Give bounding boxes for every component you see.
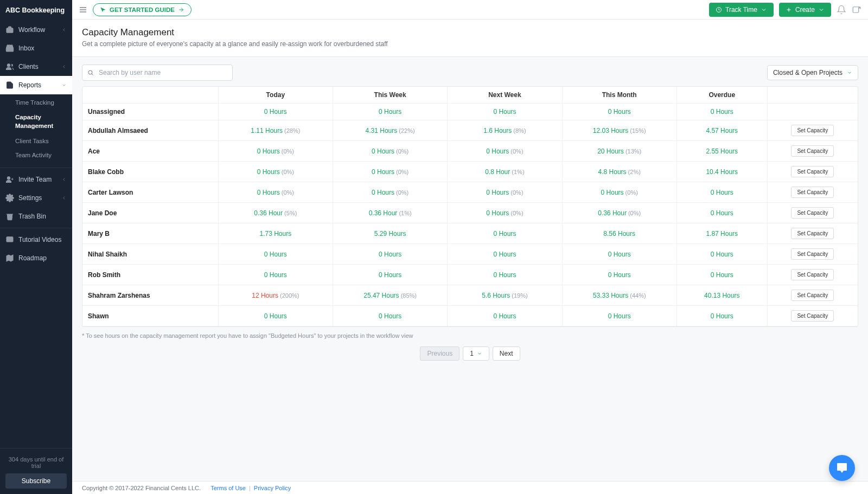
action-cell <box>767 104 858 120</box>
arrow-right-icon <box>178 7 184 13</box>
chevron-left-icon <box>61 177 67 182</box>
sidebar-item-roadmap[interactable]: Roadmap <box>0 249 72 267</box>
sidebar-subitem-capacity-management[interactable]: Capacity Management <box>0 110 72 134</box>
table-row: Nihal Shaikh0 Hours0 Hours0 Hours0 Hours… <box>82 244 858 265</box>
user-name-cell[interactable]: Ace <box>82 141 218 162</box>
chevron-left-icon <box>61 27 67 33</box>
set-capacity-button[interactable]: Set Capacity <box>791 207 834 219</box>
toolbar: Closed & Open Projects <box>72 65 868 86</box>
next-button[interactable]: Next <box>493 347 520 361</box>
nav-label: Invite Team <box>18 176 52 183</box>
hours-cell: 5.29 Hours <box>333 223 447 244</box>
create-label: Create <box>795 6 815 14</box>
chat-icon <box>835 461 848 474</box>
terms-link[interactable]: Terms of Use <box>210 485 246 491</box>
sidebar-item-settings[interactable]: Settings <box>0 189 72 207</box>
action-cell: Set Capacity <box>767 120 858 141</box>
action-cell: Set Capacity <box>767 285 858 306</box>
set-capacity-button[interactable]: Set Capacity <box>791 228 834 239</box>
project-filter-dropdown[interactable]: Closed & Open Projects <box>767 65 858 80</box>
set-capacity-button[interactable]: Set Capacity <box>791 125 834 136</box>
bell-icon[interactable] <box>837 5 846 15</box>
chevron-left-icon <box>61 195 67 201</box>
user-name-cell[interactable]: Rob Smith <box>82 265 218 285</box>
hours-cell: 0 Hours <box>448 104 562 120</box>
sidebar-item-workflow[interactable]: Workflow <box>0 21 72 39</box>
chevron-down-icon <box>61 82 67 88</box>
table-row: Rob Smith0 Hours0 Hours0 Hours0 Hours0 H… <box>82 265 858 285</box>
nav-label: Workflow <box>18 26 45 34</box>
hours-cell: 0 Hours <box>676 182 767 203</box>
set-capacity-button[interactable]: Set Capacity <box>791 310 834 322</box>
sidebar-subitem-team-activity[interactable]: Team Activity <box>0 148 72 162</box>
user-name-cell[interactable]: Blake Cobb <box>82 162 218 182</box>
hours-cell: 0 Hours (0%) <box>448 182 562 203</box>
hours-cell: 4.8 Hours (2%) <box>562 162 676 182</box>
table-row: Carter Lawson0 Hours (0%)0 Hours (0%)0 H… <box>82 182 858 203</box>
chevron-down-icon <box>761 7 767 13</box>
user-name-cell[interactable]: Mary B <box>82 223 218 244</box>
user-name-cell[interactable]: Carter Lawson <box>82 182 218 203</box>
chat-fab[interactable] <box>829 455 855 481</box>
trial-block: 304 days until end of trial Subscribe <box>0 451 72 494</box>
prev-button[interactable]: Previous <box>420 347 459 361</box>
table-row: Abdullah Almsaeed1.11 Hours (28%)4.31 Ho… <box>82 120 858 141</box>
set-capacity-button[interactable]: Set Capacity <box>791 145 834 157</box>
search-input[interactable] <box>82 65 233 81</box>
sidebar-item-trash-bin[interactable]: Trash Bin <box>0 207 72 226</box>
privacy-link[interactable]: Privacy Policy <box>254 485 291 491</box>
set-capacity-button[interactable]: Set Capacity <box>791 187 834 198</box>
hours-cell: 0 Hours (0%) <box>562 182 676 203</box>
hours-cell: 0 Hours <box>562 306 676 326</box>
set-capacity-button[interactable]: Set Capacity <box>791 290 834 301</box>
user-name-cell[interactable]: Unassigned <box>82 104 218 120</box>
subscribe-button[interactable]: Subscribe <box>5 473 67 489</box>
sidebar-subitem-time-tracking[interactable]: Time Tracking <box>0 95 72 110</box>
set-capacity-button[interactable]: Set Capacity <box>791 166 834 177</box>
column-header: This Week <box>333 87 447 104</box>
get-started-guide-button[interactable]: GET STARTED GUIDE <box>93 3 192 16</box>
user-name-cell[interactable]: Shahram Zarshenas <box>82 285 218 306</box>
action-cell: Set Capacity <box>767 141 858 162</box>
sidebar-item-inbox[interactable]: Inbox <box>0 39 72 57</box>
sub-label: Team Activity <box>15 152 52 158</box>
hours-cell: 0 Hours <box>676 244 767 265</box>
hours-cell: 0 Hours (0%) <box>448 141 562 162</box>
set-capacity-button[interactable]: Set Capacity <box>791 269 834 280</box>
user-name-cell[interactable]: Shawn <box>82 306 218 326</box>
create-button[interactable]: Create <box>779 3 831 17</box>
nav-label: Settings <box>18 194 42 202</box>
hours-cell: 0 Hours <box>333 265 447 285</box>
sidebar-item-clients[interactable]: Clients <box>0 57 72 76</box>
set-capacity-button[interactable]: Set Capacity <box>791 248 834 260</box>
hours-cell: 0 Hours (0%) <box>218 141 333 162</box>
svg-point-19 <box>88 70 92 74</box>
user-name-cell[interactable]: Nihal Shaikh <box>82 244 218 265</box>
chevron-left-icon <box>61 64 67 69</box>
brand-title: ABC Bookkeeping <box>0 0 72 21</box>
hours-cell: 4.57 Hours <box>676 120 767 141</box>
inbox-icon <box>5 44 14 53</box>
table-row: Ace0 Hours (0%)0 Hours (0%)0 Hours (0%)2… <box>82 141 858 162</box>
menu-icon[interactable] <box>79 5 87 14</box>
hours-cell: 0 Hours (0%) <box>333 162 447 182</box>
sub-label: Time Tracking <box>15 99 54 106</box>
user-name-cell[interactable]: Abdullah Almsaeed <box>82 120 218 141</box>
sidebar-item-reports[interactable]: Reports <box>0 76 72 94</box>
sidebar-subitem-client-tasks[interactable]: Client Tasks <box>0 134 72 148</box>
hours-cell: 0 Hours (0%) <box>218 182 333 203</box>
popout-icon[interactable] <box>852 5 861 15</box>
sidebar-item-tutorial-videos[interactable]: Tutorial Videos <box>0 230 72 249</box>
track-time-button[interactable]: Track Time <box>709 3 774 17</box>
page-title: Capacity Management <box>82 27 858 38</box>
sidebar-item-invite-team[interactable]: Invite Team <box>0 170 72 189</box>
action-cell: Set Capacity <box>767 203 858 223</box>
pagination: Previous 1 Next <box>72 342 868 374</box>
user-name-cell[interactable]: Jane Doe <box>82 203 218 223</box>
action-cell: Set Capacity <box>767 223 858 244</box>
action-cell: Set Capacity <box>767 306 858 326</box>
action-cell: Set Capacity <box>767 182 858 203</box>
divider <box>0 168 72 168</box>
trash-icon <box>5 212 14 221</box>
page-select[interactable]: 1 <box>463 347 489 361</box>
